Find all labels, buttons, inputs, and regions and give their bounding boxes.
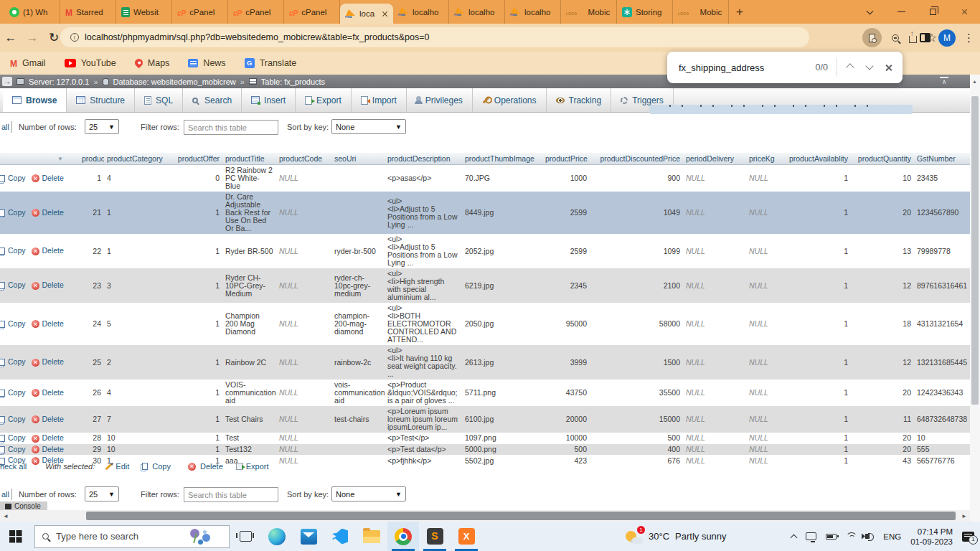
bookmark-youtube[interactable]: YouTube <box>65 58 116 68</box>
browser-tab[interactable]: Storing <box>617 0 673 24</box>
wifi-icon[interactable] <box>846 532 856 540</box>
rows-select[interactable]: 25▼ <box>85 486 119 501</box>
delete-link[interactable]: Delete <box>42 433 64 442</box>
taskbar-app-edge[interactable] <box>261 522 293 551</box>
language-indicator[interactable]: ENG <box>883 532 901 541</box>
pma-tab-insert[interactable]: Insert <box>242 88 296 112</box>
column-header-productDescription[interactable]: productDescription <box>385 153 462 165</box>
scroll-right-icon[interactable]: ► <box>961 513 967 519</box>
new-tab-button[interactable]: + <box>736 5 743 19</box>
site-info-icon[interactable] <box>70 33 79 42</box>
pma-tab-operations[interactable]: Operations <box>473 88 547 112</box>
delete-link[interactable]: Delete <box>42 415 64 423</box>
cast-icon[interactable] <box>806 532 816 540</box>
options-dropdown-icon[interactable]: ▼ <box>57 155 63 163</box>
column-header-productID[interactable]: productID <box>79 153 104 165</box>
bookmark-translate[interactable]: Translate <box>245 58 297 68</box>
pma-tab-privileges[interactable]: Privileges <box>407 88 473 112</box>
browser-menu-icon[interactable]: ⋮ <box>963 32 974 44</box>
browser-tab[interactable]: (1) Wh <box>4 0 60 24</box>
horizontal-scroll-thumb[interactable] <box>86 512 956 520</box>
show-all-fragment[interactable]: all <box>1 123 9 131</box>
pma-tab-browse[interactable]: Browse <box>3 88 67 112</box>
with-selected-export[interactable]: Export <box>236 462 269 471</box>
bookmark-maps[interactable]: Maps <box>135 58 170 68</box>
column-header-productOffer[interactable]: productOffer <box>174 153 222 165</box>
pma-tab-search[interactable]: Search <box>183 88 242 112</box>
browser-tab[interactable]: cPanel <box>284 0 340 24</box>
restore-icon[interactable] <box>917 0 948 24</box>
taskbar-app-sublime[interactable]: S <box>419 522 451 551</box>
check-all-fragment[interactable]: heck all <box>0 462 27 471</box>
browser-tab[interactable]: localho <box>449 0 505 24</box>
pma-tab-sql[interactable]: SQL <box>135 88 183 112</box>
find-previous-icon[interactable] <box>846 63 854 71</box>
column-header-periodDelivery[interactable]: periodDelivery <box>683 153 746 165</box>
column-header-productPrice[interactable]: productPrice <box>542 153 590 165</box>
zoom-icon[interactable] <box>892 34 899 42</box>
browser-tab[interactable]: cPanel <box>228 0 284 24</box>
filter-input[interactable] <box>184 487 278 502</box>
column-header-productCode[interactable]: productCode <box>276 153 331 165</box>
copy-link[interactable]: Copy <box>8 388 26 397</box>
show-all-fragment[interactable]: all <box>1 490 9 499</box>
start-button[interactable] <box>9 530 22 542</box>
taskbar-app-explorer[interactable] <box>356 522 387 551</box>
speaker-icon[interactable] <box>865 534 870 539</box>
copy-link[interactable]: Copy <box>8 415 26 423</box>
delete-link[interactable]: Delete <box>42 174 64 182</box>
copy-link[interactable]: Copy <box>8 246 26 255</box>
scroll-left-icon[interactable]: ◄ <box>3 513 9 519</box>
column-header-seoUri[interactable]: seoUri <box>331 153 385 165</box>
pma-tab-import[interactable]: Import <box>352 88 407 112</box>
bookmark-news[interactable]: News <box>188 58 225 68</box>
delete-link[interactable]: Delete <box>42 281 64 289</box>
browser-tab[interactable]: Starred <box>60 0 116 24</box>
column-header-GstNumber[interactable]: GstNumber <box>914 153 970 165</box>
taskbar-search[interactable]: Type here to search <box>34 525 230 548</box>
browser-tab[interactable]: localho <box>505 0 561 24</box>
browser-tab[interactable]: Mobic <box>673 0 729 24</box>
copy-link[interactable]: Copy <box>8 319 26 328</box>
breadcrumb-server[interactable]: Server: 127.0.0.1 <box>29 77 89 86</box>
breadcrumb-table[interactable]: Table: fx_products <box>261 77 325 86</box>
tray-expand-icon[interactable] <box>791 534 798 541</box>
taskbar-app-mail[interactable] <box>293 522 324 551</box>
find-next-icon[interactable] <box>865 62 873 70</box>
with-selected-edit[interactable]: Edit <box>105 462 129 471</box>
taskbar-app-xampp[interactable]: X <box>451 522 482 551</box>
window-menu-icon[interactable] <box>854 0 885 24</box>
filter-input[interactable] <box>184 120 278 135</box>
find-input[interactable] <box>679 62 816 73</box>
sort-select[interactable]: None▼ <box>331 119 406 134</box>
scroll-up-icon[interactable]: ▲ <box>972 79 977 84</box>
copy-link[interactable]: Copy <box>8 445 26 453</box>
browser-tab[interactable]: localho <box>393 0 449 24</box>
column-header-productThumbImage[interactable]: productThumbImage <box>462 153 542 165</box>
copy-link[interactable]: Copy <box>8 281 26 289</box>
close-icon[interactable] <box>948 0 980 24</box>
delete-link[interactable]: Delete <box>42 388 64 397</box>
battery-icon[interactable] <box>826 534 837 540</box>
copy-link[interactable]: Copy <box>8 357 26 366</box>
pma-tab-tracking[interactable]: Tracking <box>547 88 612 112</box>
forward-button[interactable]: → <box>22 31 43 45</box>
find-in-page-button[interactable] <box>862 28 882 47</box>
delete-link[interactable]: Delete <box>42 445 64 453</box>
browser-tab-active[interactable]: loca <box>340 4 393 24</box>
bookmark-gmail[interactable]: Gmail <box>10 57 46 70</box>
column-header-productDiscountedPrice[interactable]: productDiscountedPrice <box>590 153 683 165</box>
column-header-priceKg[interactable]: priceKg <box>746 153 781 165</box>
url-text[interactable]: localhost/phpmyadmin/sql.php?db=websited… <box>85 32 430 42</box>
rows-select[interactable]: 25▼ <box>85 119 119 134</box>
browser-tab[interactable]: Websit <box>116 0 172 24</box>
find-close-icon[interactable] <box>885 64 892 72</box>
delete-link[interactable]: Delete <box>42 208 64 217</box>
column-header-productQuantity[interactable]: productQuantity <box>851 153 914 165</box>
pma-tab-export[interactable]: Export <box>296 88 352 112</box>
browser-tab[interactable]: Mobic <box>561 0 617 24</box>
pma-tab-structure[interactable]: Structure <box>67 88 135 112</box>
copy-link[interactable]: Copy <box>8 208 26 217</box>
column-header-productAvailablity[interactable]: productAvailablity <box>781 153 851 165</box>
weather-widget[interactable]: 1 30°C Partly sunny <box>626 529 727 545</box>
